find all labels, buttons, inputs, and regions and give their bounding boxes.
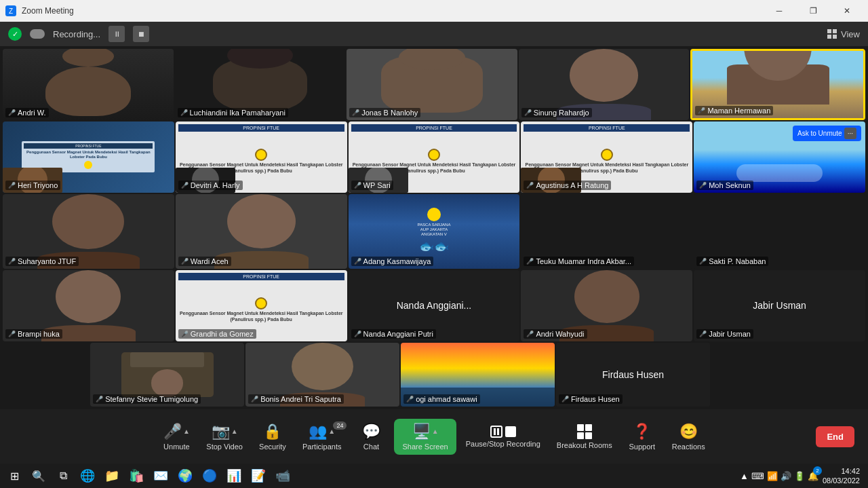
participant-cell-sinung[interactable]: 🎤 Sinung Rahardjo (519, 49, 690, 120)
mic-muted-icon: 🎤 (96, 396, 103, 402)
task-view-button[interactable]: ⧉ (52, 464, 75, 487)
share-screen-button[interactable]: 🖥️ ▲ Share Screen (394, 419, 456, 455)
participant-cell-teuku[interactable]: 🎤 Teuku Muamar Indra Akbar... (521, 194, 692, 269)
minimize-button[interactable]: ─ (764, 0, 795, 22)
mic-muted-icon: 🎤 (526, 258, 534, 265)
mic-muted-icon: 🎤 (699, 182, 707, 189)
mic-active-icon: 🎤 (698, 107, 705, 114)
mic-muted-icon: 🎤 (699, 331, 707, 337)
support-button[interactable]: ❓ Support (622, 419, 663, 455)
participant-name-bonis: 🎤 Bonis Andrei Tri Saputra (248, 394, 344, 404)
mail-icon[interactable]: ✉️ (149, 464, 172, 487)
pause-stop-recording-button[interactable]: Pause/Stop Recording (459, 421, 547, 452)
breakout-rooms-button[interactable]: Breakout Rooms (550, 420, 619, 453)
participant-cell-nanda[interactable]: Nanda Anggiani... 🎤 Nanda Anggiani Putri (349, 270, 520, 341)
participant-cell-maman[interactable]: 🎤 Maman Hermawan (690, 49, 865, 120)
participant-name-mohseknun: 🎤 Moh Seknun (696, 181, 753, 190)
participants-button[interactable]: 👥 ▲ 24 Participants (296, 419, 348, 455)
participant-name-jonas: 🎤 Jonas B Nanlohy (349, 108, 420, 117)
participant-cell-luchiandini[interactable]: 🎤 Luchiandini Ika Pamaharyani (175, 49, 346, 120)
file-explorer-icon[interactable]: 📁 (100, 464, 123, 487)
participant-cell-mohseknun[interactable]: Ask to Unmute ··· 🎤 Moh Seknun (694, 121, 865, 193)
mic-muted-icon: 🎤 (8, 258, 16, 265)
reactions-button[interactable]: 😊 Reactions (665, 419, 712, 455)
volume-icon[interactable]: 🔊 (781, 471, 791, 481)
participant-cell-jabir[interactable]: Jabir Usman 🎤 Jabir Usman (694, 270, 865, 341)
zoom-taskbar-icon[interactable]: 📹 (271, 464, 294, 487)
share-chevron[interactable]: ▲ (432, 428, 439, 435)
mic-muted-icon: 🎤 (181, 331, 189, 337)
participant-cell-wpsari[interactable]: PROPINSI FTUE Penggunaan Sensor Magnet U… (349, 121, 520, 193)
mic-muted-icon: 🎤 (181, 182, 189, 189)
participant-cell-jonas[interactable]: 🎤 Jonas B Nanlohy (347, 49, 517, 120)
participant-name-maman: 🎤 Maman Hermawan (695, 106, 773, 115)
excel-icon[interactable]: 📊 (222, 464, 245, 487)
participant-name-heri: 🎤 Heri Triyono (5, 181, 60, 190)
participant-cell-andri-w[interactable]: 🎤 Andri W. (3, 49, 174, 120)
participant-name-sakti: 🎤 Sakti P. Nababan (696, 257, 768, 266)
video-grid: 🎤 Andri W. 🎤 Luchiandini Ika Pamaharyani (0, 46, 868, 409)
view-button[interactable]: View (827, 29, 860, 39)
mic-muted-icon: 🎤 (406, 396, 414, 402)
participant-cell-brampi[interactable]: 🎤 Brampi huka (3, 270, 174, 341)
participant-cell-heri[interactable]: PROPINSI FTUE Penggunaan Sensor Magnet U… (3, 121, 174, 193)
participant-cell-ogi[interactable]: 🎤 ogi ahmad sawawi (401, 343, 555, 407)
participants-badge: 24 (333, 421, 347, 430)
participant-name-andri-w: 🎤 Andri W. (5, 108, 49, 117)
wifi-icon[interactable]: 📶 (767, 471, 778, 481)
participant-cell-agustinus[interactable]: PROPINSI FTUE Penggunaan Sensor Magnet U… (521, 121, 692, 193)
start-button[interactable]: ⊞ (3, 464, 26, 487)
chat-button[interactable]: 💬 Chat (351, 419, 391, 455)
participant-cell-andriwahyudi[interactable]: 🎤 Andri Wahyudi (521, 270, 692, 341)
participant-cell-adang[interactable]: PASCA SARJANAAUP JAKARTAANGKATAN V 🐟🐟 🎤 … (349, 194, 520, 269)
stop-video-button[interactable]: 📷 ▲ Stop Video (199, 419, 250, 455)
mic-active-icon: 🎤 (524, 109, 532, 116)
participant-name-grandhi: 🎤 Grandhi da Gomez (178, 329, 256, 339)
participant-name-sinung: 🎤 Sinung Rahardjo (521, 108, 592, 117)
participant-cell-suharyanto[interactable]: 🎤 Suharyanto JTUF (3, 194, 174, 269)
participant-cell-wardi[interactable]: 🎤 Wardi Aceh (176, 194, 347, 269)
battery-icon[interactable]: 🔋 (794, 471, 805, 481)
stop-recording-button[interactable]: ⏹ (133, 26, 149, 42)
participant-name-adang: 🎤 Adang Kasmawijaya (351, 257, 434, 266)
breakout-rooms-icon (577, 424, 592, 439)
mic-muted-icon: 🎤 (354, 182, 361, 189)
ask-unmute-button[interactable]: Ask to Unmute ··· (793, 126, 861, 141)
participant-name-ogi: 🎤 ogi ahmad sawawi (403, 394, 480, 404)
cloud-icon (30, 29, 45, 39)
participant-name-luchiandini: 🎤 Luchiandini Ika Pamaharyani (178, 108, 288, 117)
mic-muted-icon: 🎤 (181, 258, 189, 265)
more-options-button[interactable]: ··· (844, 128, 856, 139)
search-button[interactable]: 🔍 (27, 464, 50, 487)
unmute-chevron[interactable]: ▲ (183, 428, 190, 435)
participant-cell-bonis[interactable]: 🎤 Bonis Andrei Tri Saputra (245, 343, 399, 407)
participant-cell-stefanny[interactable]: 🎤 Stefanny Stevie Tumigolung (90, 343, 244, 407)
mic-muted-icon: 🎤 (526, 331, 534, 337)
mic-muted-icon: 🎤 (8, 182, 16, 189)
mic-muted-icon: 🎤 (8, 109, 16, 116)
keyboard-icon[interactable]: ⌨ (751, 471, 764, 481)
pause-recording-button[interactable]: ⏸ (108, 26, 125, 42)
store-icon[interactable]: 🛍️ (125, 464, 148, 487)
toolbar: 🎤 ▲ Unmute 📷 ▲ Stop Video 🔒 Security 👥 ▲… (0, 409, 868, 464)
mic-muted-icon: 🎤 (8, 331, 16, 337)
browser-icon[interactable]: 🌍 (174, 464, 197, 487)
word-icon[interactable]: 📝 (247, 464, 270, 487)
edge-icon[interactable]: 🌐 (76, 464, 99, 487)
video-row-3: 🎤 Suharyanto JTUF 🎤 Wardi Aceh PASCA SAR… (3, 194, 865, 269)
participant-name-brampi: 🎤 Brampi huka (5, 329, 62, 339)
video-row-1: 🎤 Andri W. 🎤 Luchiandini Ika Pamaharyani (3, 49, 865, 120)
participant-cell-sakti[interactable]: 🎤 Sakti P. Nababan (694, 194, 865, 269)
participant-cell-grandhi[interactable]: PROPINSI FTUE Penggunaan Sensor Magnet U… (176, 270, 347, 341)
up-arrow-icon[interactable]: ▲ (740, 471, 749, 481)
video-chevron[interactable]: ▲ (231, 428, 238, 435)
participant-cell-firdaus[interactable]: Firdaus Husen 🎤 Firdaus Husen (556, 343, 710, 407)
end-button[interactable]: End (816, 426, 854, 447)
restore-button[interactable]: ❐ (797, 0, 829, 22)
chrome-icon[interactable]: 🔵 (198, 464, 221, 487)
security-button[interactable]: 🔒 Security (252, 419, 293, 455)
unmute-button[interactable]: 🎤 ▲ Unmute (156, 419, 197, 455)
video-row-2: PROPINSI FTUE Penggunaan Sensor Magnet U… (3, 121, 865, 193)
participant-cell-devitri[interactable]: PROPINSI FTUE Penggunaan Sensor Magnet U… (176, 121, 347, 193)
close-button[interactable]: ✕ (831, 0, 863, 22)
